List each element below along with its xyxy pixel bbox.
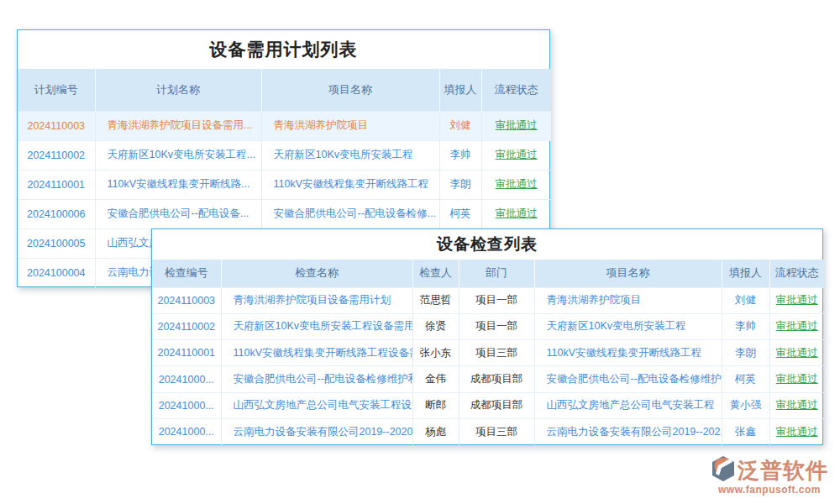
cell-id: 20241000... xyxy=(152,418,221,444)
cell-id: 2024100006 xyxy=(18,199,95,228)
plan-table-header-row: 计划编号计划名称项目名称填报人流程状态 xyxy=(18,69,551,111)
cell-project: 山西弘文房地产总公司电气安装工程 xyxy=(534,392,722,418)
cell-dept: 项目三部 xyxy=(459,418,534,444)
table-row[interactable]: 20241000...安徽合肥供电公司--配电设备检修维护和...金伟成都项目部… xyxy=(152,366,824,392)
column-header: 项目名称 xyxy=(261,69,439,111)
cell-id: 2024100005 xyxy=(18,228,95,258)
check-table: 检查编号检查名称检查人部门项目名称填报人流程状态 2024110003青海洪湖养… xyxy=(152,260,824,445)
cell-reporter: 李帅 xyxy=(722,313,769,339)
cell-status[interactable]: 审批通过 xyxy=(769,392,824,418)
cell-id: 2024100004 xyxy=(18,258,95,287)
cell-name: 山西弘文房地产总公司电气安装工程设备... xyxy=(221,392,412,418)
cell-id: 2024110001 xyxy=(152,340,221,366)
cell-project: 云南电力设备安装有限公司2019--202... xyxy=(534,418,722,444)
cell-status[interactable]: 审批通过 xyxy=(769,418,824,444)
brand-url: www.fanpusoft.com xyxy=(711,484,828,496)
cell-id: 2024110002 xyxy=(18,140,95,170)
cell-status[interactable]: 审批通过 xyxy=(769,287,824,313)
check-table-header-row: 检查编号检查名称检查人部门项目名称填报人流程状态 xyxy=(152,260,824,287)
cell-name: 天府新区10Kv变电所安装工程... xyxy=(95,140,261,170)
cell-reporter: 刘健 xyxy=(439,111,481,140)
cell-dept: 项目三部 xyxy=(459,340,534,366)
column-header: 填报人 xyxy=(722,260,769,287)
cell-project: 安徽合肥供电公司--配电设备检修维护... xyxy=(534,366,722,392)
cell-id: 20241000... xyxy=(152,392,221,418)
fanpu-logo: 泛普软件 www.fanpusoft.com xyxy=(711,455,828,496)
cell-id: 2024110003 xyxy=(152,287,221,313)
cell-project: 青海洪湖养护院项目 xyxy=(261,111,439,140)
plan-list-title: 设备需用计划列表 xyxy=(18,30,549,69)
table-row[interactable]: 2024110002天府新区10Kv变电所安装工程...天府新区10Kv变电所安… xyxy=(18,140,551,170)
cell-project: 110kV安徽线程集变开断线路工程 xyxy=(534,340,722,366)
cell-reporter: 李朗 xyxy=(722,340,769,366)
cell-id: 2024110003 xyxy=(18,111,95,140)
cell-inspector: 张小东 xyxy=(412,340,459,366)
cell-name: 青海洪湖养护院项目设备需用... xyxy=(95,111,261,140)
column-header: 流程状态 xyxy=(769,260,824,287)
column-header: 检查人 xyxy=(412,260,459,287)
brand-name: 泛普软件 xyxy=(738,456,828,486)
cell-dept: 成都项目部 xyxy=(459,366,534,392)
check-list-title: 设备检查列表 xyxy=(152,229,822,260)
cell-name: 安徽合肥供电公司--配电设备... xyxy=(95,199,261,228)
cell-status[interactable]: 审批通过 xyxy=(481,111,551,140)
cell-id: 2024110001 xyxy=(18,170,95,199)
cell-reporter: 柯英 xyxy=(439,199,481,228)
cell-reporter: 李帅 xyxy=(439,140,481,170)
cell-reporter: 李朗 xyxy=(439,170,481,199)
cell-id: 20241000... xyxy=(152,366,221,392)
cell-project: 天府新区10Kv变电所安装工程 xyxy=(261,140,439,170)
column-header: 填报人 xyxy=(439,69,481,111)
cell-name: 青海洪湖养护院项目设备需用计划 xyxy=(221,287,412,313)
cell-reporter: 张鑫 xyxy=(722,418,769,444)
cell-inspector: 断郎 xyxy=(412,392,459,418)
cell-dept: 项目一部 xyxy=(459,313,534,339)
cell-status[interactable]: 审批通过 xyxy=(769,340,824,366)
cell-project: 天府新区10Kv变电所安装工程 xyxy=(534,313,722,339)
cell-name: 110kV安徽线程集变开断线路... xyxy=(95,170,261,199)
cell-inspector: 徐贤 xyxy=(412,313,459,339)
cell-status[interactable]: 审批通过 xyxy=(481,140,551,170)
cell-reporter: 刘健 xyxy=(722,287,769,313)
cell-dept: 项目一部 xyxy=(459,287,534,313)
cell-status[interactable]: 审批通过 xyxy=(481,170,551,199)
cell-project: 110kV安徽线程集变开断线路工程 xyxy=(261,170,439,199)
cell-status[interactable]: 审批通过 xyxy=(769,366,824,392)
column-header: 检查编号 xyxy=(152,260,221,287)
cell-dept: 成都项目部 xyxy=(459,392,534,418)
table-row[interactable]: 2024110003青海洪湖养护院项目设备需用计划范思哲项目一部青海洪湖养护院项… xyxy=(152,287,824,313)
cell-name: 110kV安徽线程集变开断线路工程设备需... xyxy=(221,340,412,366)
cell-reporter: 柯英 xyxy=(722,366,769,392)
cell-status[interactable]: 审批通过 xyxy=(481,199,551,228)
column-header: 计划名称 xyxy=(95,69,261,111)
column-header: 检查名称 xyxy=(221,260,412,287)
fanpu-logo-icon xyxy=(711,455,736,486)
column-header: 流程状态 xyxy=(481,69,551,111)
check-list-panel: 设备检查列表 检查编号检查名称检查人部门项目名称填报人流程状态 20241100… xyxy=(151,228,823,445)
cell-name: 天府新区10Kv变电所安装工程设备需用计划 xyxy=(221,313,412,339)
column-header: 计划编号 xyxy=(18,69,95,111)
cell-project: 青海洪湖养护院项目 xyxy=(534,287,722,313)
table-row[interactable]: 2024110001110kV安徽线程集变开断线路...110kV安徽线程集变开… xyxy=(18,170,551,199)
column-header: 部门 xyxy=(459,260,534,287)
cell-inspector: 金伟 xyxy=(412,366,459,392)
table-row[interactable]: 2024100006安徽合肥供电公司--配电设备...安徽合肥供电公司--配电设… xyxy=(18,199,551,228)
cell-id: 2024110002 xyxy=(152,313,221,339)
column-header: 项目名称 xyxy=(534,260,722,287)
cell-name: 云南电力设备安装有限公司2019--2020年... xyxy=(221,418,412,444)
cell-status[interactable]: 审批通过 xyxy=(769,313,824,339)
cell-reporter: 黄小强 xyxy=(722,392,769,418)
cell-name: 安徽合肥供电公司--配电设备检修维护和... xyxy=(221,366,412,392)
table-row[interactable]: 2024110003青海洪湖养护院项目设备需用...青海洪湖养护院项目刘健审批通… xyxy=(18,111,551,140)
cell-project: 安徽合肥供电公司--配电设备检修... xyxy=(261,199,439,228)
table-row[interactable]: 20241000...山西弘文房地产总公司电气安装工程设备...断郎成都项目部山… xyxy=(152,392,824,418)
cell-inspector: 杨彪 xyxy=(412,418,459,444)
table-row[interactable]: 20241000...云南电力设备安装有限公司2019--2020年...杨彪项… xyxy=(152,418,824,444)
table-row[interactable]: 2024110001110kV安徽线程集变开断线路工程设备需...张小东项目三部… xyxy=(152,340,824,366)
table-row[interactable]: 2024110002天府新区10Kv变电所安装工程设备需用计划徐贤项目一部天府新… xyxy=(152,313,824,339)
cell-inspector: 范思哲 xyxy=(412,287,459,313)
